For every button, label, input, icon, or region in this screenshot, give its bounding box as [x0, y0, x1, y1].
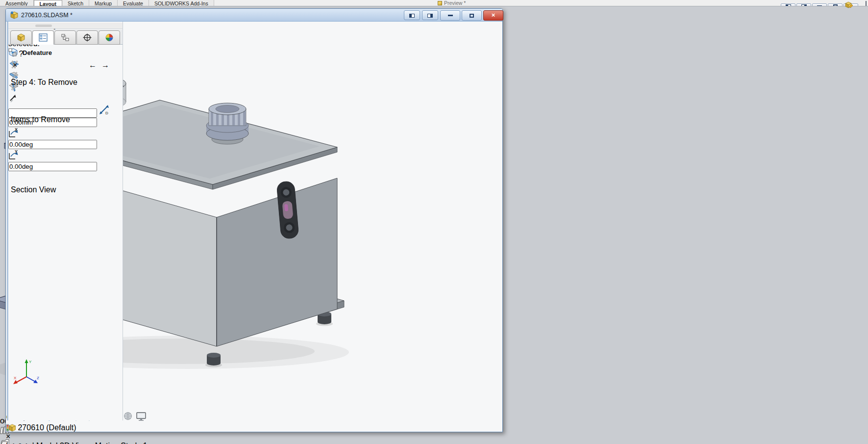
- grip-handle[interactable]: [35, 25, 52, 27]
- doc-close-button[interactable]: ×: [483, 10, 503, 21]
- assembly-tree-icon: [6, 424, 16, 432]
- section-group-header[interactable]: Section View: [8, 184, 123, 194]
- section-x-rotation-icon: X: [8, 127, 19, 138]
- restore-icon: [833, 4, 838, 6]
- frame-edge: [866, 1, 867, 6]
- propertymanager-tab[interactable]: [32, 30, 54, 45]
- items-group-header[interactable]: Items to Remove: [8, 114, 123, 124]
- section-y-rotation-input[interactable]: [8, 162, 97, 171]
- right-pane-icon: [427, 14, 433, 18]
- solidworks-application: AssemblyLayoutSketchMarkupEvaluateSOLIDW…: [0, 0, 868, 444]
- left-pane-icon: [786, 4, 791, 6]
- section-y-rotation-field: [8, 162, 123, 171]
- back-step-button[interactable]: ←: [89, 61, 97, 70]
- manager-tab-strip: [8, 29, 123, 45]
- step-header-label: Step 4: To Remove: [11, 78, 77, 87]
- close-icon: ×: [492, 11, 496, 19]
- document-tabbar: |◀◀▶▶| Model 3D Views Motion Study 1: [6, 441, 502, 444]
- document-window: 270610.SLDASM * ×: [5, 8, 503, 432]
- feature-tree-root-label[interactable]: 270610 (Default): [18, 423, 76, 432]
- items-header-label: Items to Remove: [11, 115, 70, 124]
- section-x-rotation-input[interactable]: [8, 140, 97, 149]
- section-y-rotation-icon: Y: [8, 149, 19, 160]
- doc-left-pane-button[interactable]: [404, 10, 420, 20]
- cancel-button[interactable]: ×: [13, 61, 17, 70]
- dimxpertmanager-tab[interactable]: [76, 30, 98, 45]
- tab-layout[interactable]: Layout: [34, 0, 62, 6]
- defeature-header: Defeature ?: [8, 48, 123, 59]
- left-pane-icon: [409, 14, 415, 18]
- svg-text:Z: Z: [37, 376, 39, 380]
- tab-sketch[interactable]: Sketch: [62, 0, 89, 6]
- panel-title: Defeature: [23, 49, 52, 56]
- minimize-button[interactable]: [812, 3, 827, 6]
- svg-text:X: X: [14, 376, 17, 380]
- right-pane-icon: [801, 4, 807, 6]
- feature-tree-cube-icon: [17, 33, 25, 42]
- apply-scene-button[interactable]: [123, 415, 135, 423]
- preview-cancel-watermark-icon: ×: [6, 432, 10, 441]
- doc-minimize-button[interactable]: [440, 10, 460, 21]
- section-depth-icon: D: [99, 104, 110, 115]
- restore-button[interactable]: [828, 3, 843, 6]
- restore-icon: [470, 14, 474, 18]
- tab-markup[interactable]: Markup: [89, 0, 118, 6]
- next-step-button[interactable]: →: [101, 61, 109, 70]
- panel-top-grip[interactable]: [8, 23, 123, 29]
- step-group-header[interactable]: Step 4: To Remove: [8, 77, 123, 87]
- defeature-icon: [8, 48, 17, 56]
- forward-arrow-icon: →: [101, 61, 109, 69]
- defeature-actions: × ← →: [8, 61, 123, 72]
- section-reference-button[interactable]: [8, 94, 123, 104]
- tab-evaluate[interactable]: Evaluate: [118, 0, 149, 6]
- svg-text:X: X: [15, 127, 18, 132]
- display-ball-icon: [105, 33, 114, 42]
- last-tab-button[interactable]: ▶|: [26, 442, 34, 444]
- feature-tree-root[interactable]: 270610 (Default): [6, 423, 502, 432]
- orientation-triad: Y X Z: [13, 358, 42, 388]
- crosshair-target-icon: [83, 33, 92, 42]
- show-right-pane-button[interactable]: [796, 3, 811, 6]
- apply-scene-icon: [123, 411, 133, 421]
- doc-right-pane-button[interactable]: [422, 10, 438, 20]
- svg-text:Y: Y: [29, 360, 32, 364]
- tab-motion-study[interactable]: Motion Study 1: [95, 442, 148, 444]
- doc-restore-button[interactable]: [462, 10, 482, 21]
- tab-scroll-buttons: |◀◀▶▶|: [6, 442, 36, 444]
- editing-assembly-icon: [844, 1, 853, 9]
- preview-window-title: Preview *: [438, 0, 466, 6]
- displaymanager-tab[interactable]: [99, 30, 120, 45]
- show-left-pane-button[interactable]: [781, 3, 795, 6]
- view-settings-button[interactable]: [136, 415, 147, 423]
- svg-text:Y: Y: [15, 149, 18, 154]
- tab-model[interactable]: Model: [36, 442, 58, 444]
- reference-arrow-icon: [8, 94, 17, 103]
- featuremanager-tab[interactable]: [10, 30, 32, 45]
- tab-solidworks-add-ins[interactable]: SOLIDWORKS Add-Ins: [149, 0, 214, 6]
- previous-tab-button[interactable]: ◀: [14, 442, 20, 444]
- configuration-tree-icon: [61, 33, 70, 42]
- cancel-x-icon: ×: [13, 61, 17, 69]
- assembly-doc-icon: [10, 11, 19, 19]
- minimize-icon: [817, 5, 822, 6]
- section-header-label: Section View: [11, 185, 56, 194]
- command-manager-tab-strip: AssemblyLayoutSketchMarkupEvaluateSOLIDW…: [0, 0, 868, 6]
- tab-3d-views[interactable]: 3D Views: [60, 442, 93, 444]
- next-tab-button[interactable]: ▶: [20, 442, 26, 444]
- document-titlebar[interactable]: 270610.SLDASM * ×: [6, 9, 502, 22]
- tab-assembly[interactable]: Assembly: [0, 0, 34, 6]
- section-x-rotation-field: [8, 140, 123, 149]
- document-title: 270610.SLDASM *: [21, 12, 73, 19]
- minimize-icon: [448, 15, 453, 16]
- back-arrow-icon: ←: [89, 61, 97, 69]
- first-tab-button[interactable]: |◀: [6, 442, 14, 444]
- configurationmanager-tab[interactable]: [54, 30, 76, 45]
- monitor-icon: [136, 411, 147, 421]
- property-list-icon: [39, 33, 48, 42]
- preview-doc-icon: [438, 1, 442, 5]
